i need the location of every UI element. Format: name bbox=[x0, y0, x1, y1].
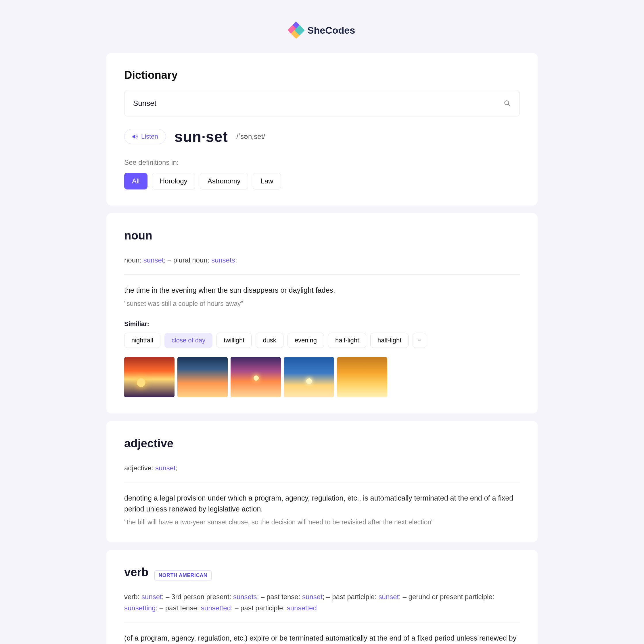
category-chip-all[interactable]: All bbox=[124, 173, 147, 189]
example-text: "the bill will have a two-year sunset cl… bbox=[124, 518, 520, 526]
headword: sun·set bbox=[175, 128, 228, 145]
categories-row: AllHorologyAstronomyLaw bbox=[124, 173, 520, 189]
category-chip-law[interactable]: Law bbox=[253, 173, 281, 189]
definition-text: (of a program, agency, regulation, etc.)… bbox=[124, 633, 520, 644]
svg-marker-2 bbox=[133, 135, 135, 138]
similar-chip[interactable]: half-light bbox=[328, 333, 366, 348]
similar-chip[interactable]: half-light bbox=[370, 333, 409, 348]
similar-chip[interactable]: dusk bbox=[256, 333, 283, 348]
listen-button[interactable]: Listen bbox=[124, 129, 166, 144]
category-chip-horology[interactable]: Horology bbox=[152, 173, 195, 189]
search-icon[interactable] bbox=[503, 99, 511, 107]
logo-icon bbox=[289, 23, 303, 37]
word-forms: noun: sunset; – plural noun: sunsets; bbox=[124, 255, 520, 266]
brand-name: SheCodes bbox=[307, 25, 355, 36]
svg-line-1 bbox=[508, 104, 510, 106]
image-thumbnail[interactable] bbox=[231, 357, 281, 397]
chevron-down-icon bbox=[417, 338, 422, 343]
image-thumbnail[interactable] bbox=[124, 357, 175, 397]
similar-chip[interactable]: nightfall bbox=[124, 333, 160, 348]
entry-card-adjective: adjectiveadjective: sunset;denoting a le… bbox=[106, 421, 538, 542]
phonetic: /ˈsənˌset/ bbox=[236, 133, 265, 141]
search-box[interactable] bbox=[124, 90, 520, 116]
definition-text: the time in the evening when the sun dis… bbox=[124, 285, 520, 296]
similar-row: nightfallclose of daytwillightduskevenin… bbox=[124, 333, 520, 348]
pos-heading: adjective bbox=[124, 437, 173, 450]
similar-chip[interactable]: close of day bbox=[164, 333, 212, 348]
definition-text: denoting a legal provision under which a… bbox=[124, 493, 520, 514]
image-thumbnails bbox=[124, 357, 520, 397]
dictionary-card: Dictionary Listen sun·set /ˈsənˌs bbox=[106, 53, 538, 206]
volume-icon bbox=[132, 134, 138, 139]
listen-label: Listen bbox=[141, 133, 158, 140]
image-thumbnail[interactable] bbox=[337, 357, 387, 397]
similar-chip[interactable]: twillight bbox=[216, 333, 252, 348]
page-title: Dictionary bbox=[124, 69, 520, 81]
brand-logo: SheCodes bbox=[106, 23, 538, 39]
similar-expand-button[interactable] bbox=[413, 333, 426, 348]
word-forms: verb: sunset; – 3rd person present: suns… bbox=[124, 591, 520, 614]
entry-card-noun: nounnoun: sunset; – plural noun: sunsets… bbox=[106, 213, 538, 413]
image-thumbnail[interactable] bbox=[177, 357, 228, 397]
entry-card-verb: verbNORTH AMERICANverb: sunset; – 3rd pe… bbox=[106, 550, 538, 644]
category-chip-astronomy[interactable]: Astronomy bbox=[200, 173, 248, 189]
categories-label: See definitions in: bbox=[124, 158, 520, 166]
region-badge: NORTH AMERICAN bbox=[154, 570, 212, 580]
image-thumbnail[interactable] bbox=[284, 357, 334, 397]
example-text: "sunset was still a couple of hours away… bbox=[124, 300, 520, 308]
word-forms: adjective: sunset; bbox=[124, 463, 520, 474]
search-input[interactable] bbox=[133, 99, 503, 108]
similar-chip[interactable]: evening bbox=[287, 333, 324, 348]
pos-heading: noun bbox=[124, 229, 152, 242]
similar-label: Similiar: bbox=[124, 320, 520, 328]
pos-heading: verb bbox=[124, 566, 149, 579]
